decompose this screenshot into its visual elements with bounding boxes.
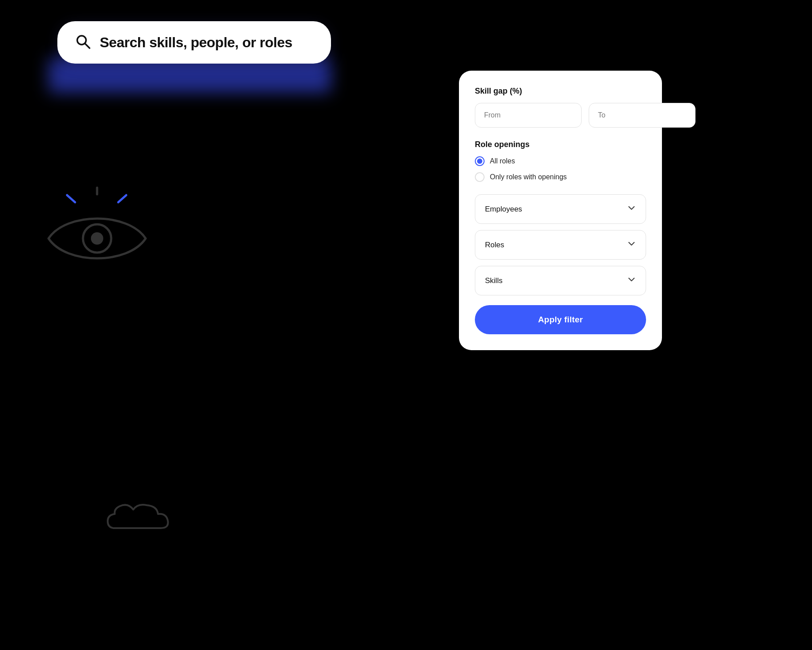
to-input[interactable]	[589, 103, 695, 128]
radio-group: All roles Only roles with openings	[475, 156, 646, 182]
radio-item-only-openings[interactable]: Only roles with openings	[475, 172, 646, 182]
role-openings-label: Role openings	[475, 140, 646, 149]
employees-dropdown[interactable]: Employees	[475, 194, 646, 224]
skills-dropdown-label: Skills	[485, 276, 503, 285]
range-inputs	[475, 103, 646, 128]
skill-gap-label: Skill gap (%)	[475, 87, 646, 96]
svg-line-2	[118, 195, 126, 202]
search-icon	[75, 34, 91, 51]
roles-chevron-icon	[627, 239, 636, 250]
employees-chevron-icon	[627, 204, 636, 215]
search-placeholder: Search skills, people, or roles	[100, 34, 292, 51]
radio-all-roles-indicator	[475, 156, 485, 166]
svg-point-3	[83, 224, 111, 253]
cloud-bottom-left-illustration	[102, 489, 190, 535]
background-decorations	[0, 0, 812, 650]
search-bar[interactable]: Search skills, people, or roles	[57, 21, 331, 64]
svg-point-4	[91, 232, 103, 245]
skills-chevron-icon	[627, 275, 636, 286]
apply-filter-button[interactable]: Apply filter	[475, 305, 646, 334]
radio-all-roles-label: All roles	[490, 157, 515, 165]
svg-line-1	[67, 195, 75, 202]
skills-dropdown[interactable]: Skills	[475, 266, 646, 295]
employees-dropdown-label: Employees	[485, 205, 522, 214]
roles-dropdown[interactable]: Roles	[475, 230, 646, 260]
radio-only-openings-indicator	[475, 172, 485, 182]
roles-dropdown-label: Roles	[485, 241, 504, 249]
svg-line-6	[85, 44, 90, 48]
eye-illustration	[40, 185, 154, 276]
radio-only-openings-label: Only roles with openings	[490, 173, 567, 181]
radio-item-all-roles[interactable]: All roles	[475, 156, 646, 166]
from-input[interactable]	[475, 103, 582, 128]
filter-panel: Skill gap (%) Role openings All roles On…	[459, 71, 662, 350]
